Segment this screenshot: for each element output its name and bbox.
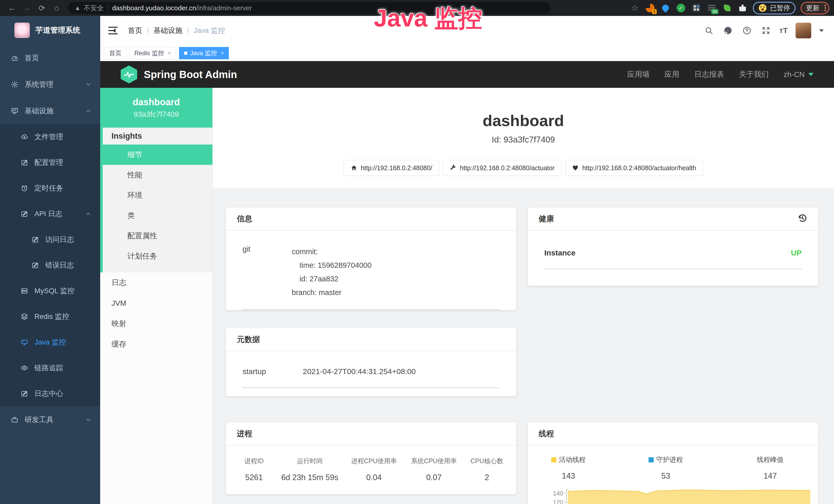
sidebar-collapse-icon[interactable] — [105, 23, 121, 38]
menu-item-caches[interactable]: 缓存 — [100, 334, 213, 354]
menu-item-mappings[interactable]: 映射 — [100, 314, 213, 334]
info-row-git: git commit: time: 1596289704000 id: 27aa… — [242, 245, 500, 310]
extension-sidebar-icon[interactable]: 1 — [645, 3, 655, 13]
instance-id: 93a3fc7f7409 — [134, 110, 179, 119]
search-icon[interactable] — [703, 25, 715, 36]
extension-leaf-icon[interactable] — [722, 3, 732, 13]
fullscreen-icon[interactable] — [760, 25, 772, 36]
sba-nav-about[interactable]: 关于我们 — [739, 69, 769, 79]
menu-item-classes[interactable]: 类 — [100, 205, 213, 226]
metadata-key: startup — [242, 367, 303, 376]
url-host: dashboard.yudao.iocoder.cn — [112, 4, 196, 12]
chevron-down-icon — [85, 82, 91, 88]
sba-logo-icon[interactable] — [121, 66, 137, 84]
bookmark-star-icon[interactable]: ☆ — [630, 3, 640, 13]
sidebar-item-system[interactable]: 系统管理 — [0, 71, 100, 97]
extension-on-badge-icon[interactable]: on — [707, 3, 717, 13]
close-icon[interactable]: × — [221, 50, 224, 56]
chevron-up-icon — [85, 108, 91, 114]
breadcrumb-infrastructure[interactable]: 基础设施 — [154, 26, 182, 36]
app-logo[interactable]: 芋道管理系统 — [0, 16, 100, 45]
browser-update-button[interactable]: 更新 — [800, 2, 829, 15]
menu-item-details[interactable]: 细节 — [100, 144, 213, 165]
info-card: 信息 git commit: time: 1596289704000 id: 2… — [226, 207, 516, 310]
page: ← → ⟳ ⌂ ▲ 不安全 dashboard.yudao.iocoder.cn… — [0, 0, 834, 504]
legend-peak-threads: 线程峰值 — [722, 455, 818, 464]
tab-redis-monitor[interactable]: Redis 监控 × — [129, 47, 176, 59]
sidebar-item-access-log[interactable]: 访问日志 — [0, 227, 100, 252]
github-icon[interactable] — [722, 25, 733, 36]
process-table: 进程ID5261 运行时间6d 23h 15m 59s 进程CPU使用率0.04… — [226, 445, 516, 482]
security-label[interactable]: 不安全 — [84, 4, 104, 13]
health-url-button[interactable]: http://192.168.0.2:48080/actuator/health — [565, 160, 703, 176]
help-icon[interactable] — [741, 25, 752, 36]
browser-home-icon[interactable]: ⌂ — [49, 2, 64, 14]
sba-nav-applications[interactable]: 应用 — [664, 69, 679, 79]
main-sidebar: 芋道管理系统 首页 系统管理 基础设施 文件管理 配置管理 — [0, 16, 100, 504]
legend-live-threads: 活动线程 — [528, 455, 609, 464]
sidebar-item-dev-tools[interactable]: 研发工具 — [0, 407, 100, 433]
user-avatar[interactable] — [795, 23, 811, 39]
menu-item-metrics[interactable]: 性能 — [100, 165, 213, 185]
tab-home[interactable]: 首页 — [104, 47, 126, 59]
sidebar-item-scheduled-jobs[interactable]: 定时任务 — [0, 175, 100, 201]
health-card: 健康 Instance UP — [528, 207, 818, 286]
menu-item-config-props[interactable]: 配置属性 — [100, 226, 213, 246]
actuator-url-button[interactable]: http://192.168.0.2:48080/actuator — [443, 160, 562, 176]
sba-brand[interactable]: Spring Boot Admin — [144, 69, 237, 81]
sidebar-item-file-manage[interactable]: 文件管理 — [0, 124, 100, 150]
threads-chart: 140 120 100 — [528, 485, 818, 504]
sidebar-item-api-log[interactable]: API 日志 — [0, 201, 100, 227]
security-warning-icon: ▲ — [74, 4, 81, 12]
sidebar-item-redis-monitor[interactable]: Redis 监控 — [0, 304, 100, 329]
status-badge: UP — [791, 249, 802, 257]
close-icon[interactable]: × — [168, 50, 171, 56]
browser-back-icon[interactable]: ← — [5, 2, 20, 14]
extensions-puzzle-icon[interactable] — [738, 3, 748, 13]
history-icon[interactable] — [797, 213, 807, 224]
menu-item-jvm[interactable]: JVM — [100, 293, 213, 314]
menu-item-environment[interactable]: 环境 — [100, 185, 213, 205]
extension-check-icon[interactable]: ✓ — [676, 3, 686, 13]
sba-language-select[interactable]: zh-CN — [784, 70, 813, 79]
sidebar-item-java-monitor[interactable]: Java 监控 — [0, 329, 100, 355]
menu-item-logging[interactable]: 日志 — [100, 272, 213, 293]
sidebar-item-config-manage[interactable]: 配置管理 — [0, 150, 100, 175]
breadcrumb-current: Java 监控 — [194, 26, 225, 36]
insights-group: Insights 细节 性能 环境 类 配置属性 计划任务 — [100, 128, 213, 272]
profile-paused-chip[interactable]: 已暂停 — [753, 2, 795, 15]
sidebar-item-trace[interactable]: 链路追踪 — [0, 355, 100, 381]
eye-icon — [21, 364, 28, 372]
y-tick-140: 140 — [553, 490, 563, 497]
tags-view-bar: 首页 Redis 监控 × Java 监控 × — [100, 45, 834, 61]
instance-details-panel: dashboard Id: 93a3fc7f7409 http://192.16… — [213, 88, 834, 504]
chevron-down-icon — [85, 417, 91, 423]
browser-reload-icon[interactable]: ⟳ — [35, 2, 49, 14]
sba-nav-journal[interactable]: 日志报表 — [694, 69, 724, 79]
sidebar-item-home[interactable]: 首页 — [0, 45, 100, 71]
log-edit-icon — [31, 236, 39, 244]
breadcrumb-home[interactable]: 首页 — [128, 26, 142, 36]
sidebar-item-infrastructure[interactable]: 基础设施 — [0, 97, 100, 124]
health-row-instance: Instance UP — [544, 249, 802, 269]
sidebar-item-mysql-monitor[interactable]: MySQL 监控 — [0, 278, 100, 304]
instance-id-line: Id: 93a3fc7f7409 — [213, 135, 834, 144]
sidebar-item-log-center[interactable]: 日志中心 — [0, 381, 100, 407]
browser-menu-icon[interactable] — [825, 5, 826, 11]
sidebar-item-error-log[interactable]: 错误日志 — [0, 252, 100, 278]
tab-java-monitor[interactable]: Java 监控 × — [179, 47, 229, 59]
service-url-button[interactable]: http://192.168.0.2:48080/ — [344, 160, 439, 176]
menu-item-scheduled-tasks[interactable]: 计划任务 — [100, 246, 213, 266]
metadata-value: 2021-04-27T00:44:31.254+08:00 — [303, 367, 416, 376]
legend-yellow-swatch — [551, 457, 556, 462]
browser-forward-icon[interactable]: → — [20, 2, 35, 14]
sba-nav-wallboard[interactable]: 应用墙 — [627, 69, 650, 79]
user-menu-caret-icon[interactable] — [819, 29, 824, 32]
extension-pin-icon[interactable] — [660, 3, 671, 13]
instance-header[interactable]: dashboard 93a3fc7f7409 — [100, 88, 213, 128]
log-edit-icon — [21, 390, 28, 397]
extension-grid-icon[interactable] — [691, 3, 701, 13]
font-size-icon[interactable]: тT — [779, 26, 788, 35]
insights-group-title: Insights — [100, 128, 213, 144]
threads-legend: 活动线程 守护进程 线程峰值 — [528, 455, 818, 464]
